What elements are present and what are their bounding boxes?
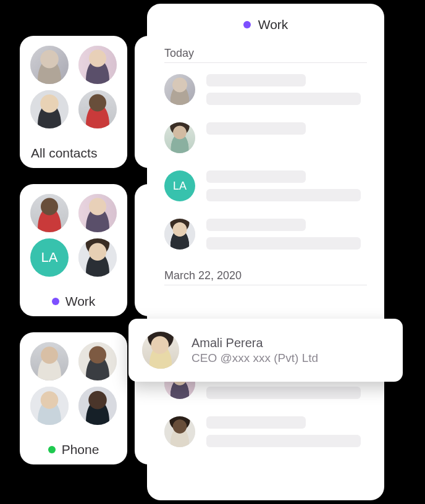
avatar — [30, 90, 69, 128]
skeleton-text — [206, 189, 361, 201]
avatar — [78, 46, 117, 84]
dot-icon — [243, 21, 251, 28]
skeleton-text — [206, 74, 306, 86]
skeleton-text — [206, 387, 361, 399]
avatar — [30, 46, 69, 84]
skeleton-text — [206, 122, 306, 135]
group-label-text: Phone — [62, 442, 99, 457]
panel-header: Work — [147, 17, 384, 41]
group-label: Work — [28, 290, 119, 309]
group-label-text: All contacts — [31, 146, 97, 161]
avatar — [30, 342, 69, 380]
avatar — [164, 74, 195, 105]
item-lines — [206, 170, 367, 201]
group-card-phone[interactable]: Phone — [20, 332, 127, 464]
group-card-work[interactable]: LA Work — [20, 184, 127, 316]
avatar-initials: LA — [164, 170, 195, 201]
avatar — [78, 342, 117, 380]
skeleton-text — [206, 237, 361, 250]
list-item[interactable]: LA — [147, 162, 384, 210]
item-lines — [206, 122, 367, 135]
avatar — [30, 194, 69, 232]
avatar-grid — [28, 342, 119, 425]
avatar — [78, 194, 117, 232]
item-lines — [206, 416, 367, 447]
item-lines — [206, 74, 367, 105]
avatar — [30, 387, 69, 425]
section-label: Today — [164, 47, 367, 63]
skeleton-text — [206, 170, 306, 183]
avatar — [78, 90, 117, 128]
contacts-list-panel: Work Today LA March 22, 2020 — [147, 4, 384, 500]
section-label: March 22, 2020 — [164, 269, 367, 285]
list-item[interactable] — [147, 65, 384, 114]
group-label-text: Work — [65, 294, 96, 309]
group-label: All contacts — [28, 142, 119, 161]
avatar — [78, 238, 117, 277]
avatar — [164, 122, 195, 153]
contact-highlight-card[interactable]: Amali Perera CEO @xxx xxx (Pvt) Ltd — [128, 319, 403, 382]
group-label: Phone — [28, 439, 119, 457]
skeleton-text — [206, 435, 361, 447]
skeleton-text — [206, 219, 306, 231]
contact-subtitle: CEO @xxx xxx (Pvt) Ltd — [191, 351, 318, 365]
list-item[interactable] — [147, 114, 384, 162]
contact-text: Amali Perera CEO @xxx xxx (Pvt) Ltd — [191, 336, 318, 365]
avatar-initials: LA — [30, 238, 69, 277]
list-item[interactable] — [147, 408, 384, 456]
avatar-grid — [28, 46, 119, 128]
list-item[interactable] — [147, 210, 384, 258]
dot-icon — [52, 298, 59, 305]
skeleton-text — [206, 416, 306, 429]
avatar — [142, 332, 179, 369]
dot-icon — [48, 446, 56, 453]
avatar — [164, 416, 195, 447]
panel-title: Work — [258, 17, 288, 32]
group-card-all-contacts[interactable]: All contacts — [20, 36, 127, 168]
item-lines — [206, 219, 367, 250]
skeleton-text — [206, 93, 361, 105]
avatar — [78, 387, 117, 425]
avatar — [164, 219, 195, 250]
avatar-grid: LA — [28, 194, 119, 277]
contact-name: Amali Perera — [191, 336, 318, 350]
